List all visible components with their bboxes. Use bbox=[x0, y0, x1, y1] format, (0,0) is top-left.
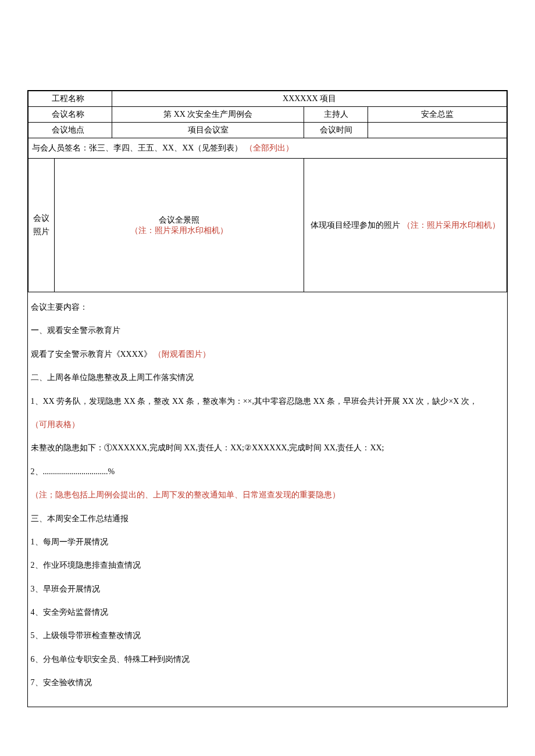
photo-label-line1: 会议 bbox=[33, 214, 49, 223]
section-2-item1: 1、XX 劳务队，发现隐患 XX 条，整改 XX 条，整改率为：××,其中零容忍… bbox=[31, 390, 505, 413]
photo-right-title: 体现项目经理参加的照片 bbox=[311, 221, 400, 230]
section-2-heading: 二、上周各单位隐患整改及上周工作落实情况 bbox=[31, 366, 505, 389]
document-container: 工程名称 XXXXXX 项目 会议名称 第 XX 次安全生产周例会 主持人 安全… bbox=[27, 90, 508, 707]
label-project: 工程名称 bbox=[28, 91, 112, 107]
photo-row-label: 会议 照片 bbox=[28, 159, 55, 292]
label-time: 会议时间 bbox=[304, 123, 368, 138]
section-3-item4: 4、安全旁站监督情况 bbox=[31, 601, 505, 624]
label-meeting-name: 会议名称 bbox=[28, 107, 112, 123]
section-1-body: 观看了安全警示教育片《XXXX》 （附观看图片） bbox=[31, 343, 505, 366]
photo-left-cell: 会议全景照 （注：照片采用水印相机） bbox=[55, 159, 304, 292]
section-3-item6: 6、分包单位专职安全员、特殊工种到岗情况 bbox=[31, 648, 505, 671]
row-meeting: 会议名称 第 XX 次安全生产周例会 主持人 安全总监 bbox=[28, 107, 507, 123]
section-1-body-note: （附观看图片） bbox=[154, 350, 211, 359]
photo-right-cell: 体现项目经理参加的照片 （注：照片采用水印相机） bbox=[304, 159, 507, 292]
section-3-item5: 5、上级领导带班检查整改情况 bbox=[31, 624, 505, 647]
section-3-heading: 三、本周安全工作总结通报 bbox=[31, 507, 505, 531]
photo-left-title: 会议全景照 bbox=[58, 215, 300, 225]
row-location: 会议地点 项目会议室 会议时间 bbox=[28, 123, 507, 138]
label-host: 主持人 bbox=[304, 107, 368, 123]
label-location: 会议地点 bbox=[28, 123, 112, 138]
attendees-cell: 与会人员签名：张三、李四、王五、XX、XX（见签到表） （全部列出） bbox=[28, 138, 507, 159]
header-table: 工程名称 XXXXXX 项目 会议名称 第 XX 次安全生产周例会 主持人 安全… bbox=[28, 91, 507, 707]
value-meeting-name: 第 XX 次安全生产周例会 bbox=[112, 107, 304, 123]
section-2-item3: 2、................................% bbox=[31, 460, 505, 483]
content-title: 会议主要内容： bbox=[31, 296, 505, 319]
meeting-content: 会议主要内容： 一、观看安全警示教育片 观看了安全警示教育片《XXXX》 （附观… bbox=[28, 292, 507, 707]
section-2-item1-note: （可用表格） bbox=[31, 413, 505, 436]
section-3-item7: 7、安全验收情况 bbox=[31, 671, 505, 694]
row-photos: 会议 照片 会议全景照 （注：照片采用水印相机） 体现项目经理参加的照片 （注：… bbox=[28, 159, 507, 292]
section-1-heading: 一、观看安全警示教育片 bbox=[31, 319, 505, 342]
attendees-note: （全部列出） bbox=[245, 144, 294, 152]
section-3-item3: 3、早班会开展情况 bbox=[31, 578, 505, 601]
value-time bbox=[368, 123, 507, 138]
photo-label-line2: 照片 bbox=[33, 227, 49, 236]
section-3-item1: 1、每周一学开展情况 bbox=[31, 531, 505, 554]
section-3-item2: 2、作业环境隐患排查抽查情况 bbox=[31, 554, 505, 577]
row-content: 会议主要内容： 一、观看安全警示教育片 观看了安全警示教育片《XXXX》 （附观… bbox=[28, 292, 507, 707]
section-2-item2: 未整改的隐患如下：①XXXXXX,完成时间 XX,责任人：XX;②XXXXXX,… bbox=[31, 436, 505, 460]
section-1-body-text: 观看了安全警示教育片《XXXX》 bbox=[31, 350, 152, 359]
value-project: XXXXXX 项目 bbox=[112, 91, 507, 107]
value-location: 项目会议室 bbox=[112, 123, 304, 138]
row-attendees: 与会人员签名：张三、李四、王五、XX、XX（见签到表） （全部列出） bbox=[28, 138, 507, 159]
value-host: 安全总监 bbox=[368, 107, 507, 123]
row-project: 工程名称 XXXXXX 项目 bbox=[28, 91, 507, 107]
section-2-note: （注；隐患包括上周例会提出的、上周下发的整改通知单、日常巡查发现的重要隐患） bbox=[31, 483, 505, 507]
photo-left-note: （注：照片采用水印相机） bbox=[58, 225, 300, 236]
photo-right-note: （注：照片采用水印相机） bbox=[402, 221, 500, 230]
attendees-text: 与会人员签名：张三、李四、王五、XX、XX（见签到表） bbox=[32, 144, 242, 152]
